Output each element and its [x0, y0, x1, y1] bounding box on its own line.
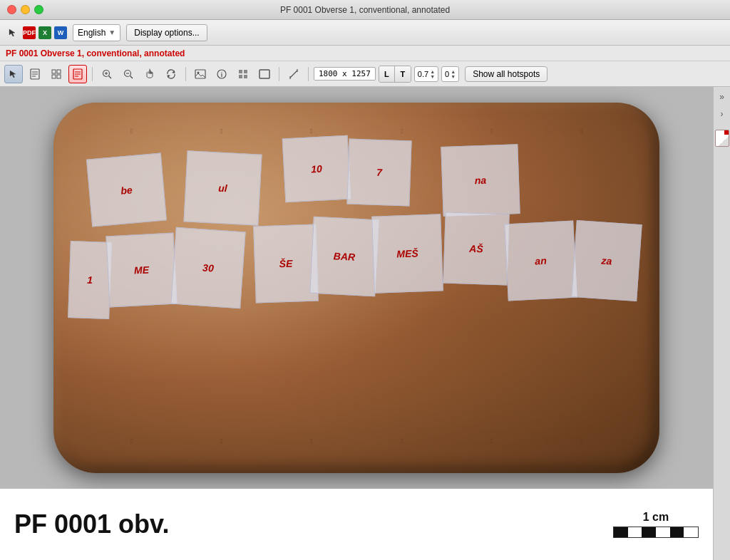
opacity-up-arrow[interactable]: ▲: [430, 69, 435, 74]
svg-line-30: [290, 71, 297, 78]
opacity-down-arrow[interactable]: ▼: [430, 74, 435, 79]
opacity-spinner[interactable]: 0.7 ▲ ▼: [414, 66, 438, 82]
refresh-button[interactable]: [162, 65, 180, 83]
canvas-area: 𒀭 𒁀 𒀭 𒁀 𒀭 𒁀 𒀭 𒁀 𒀭 𒁀 𒀭 �: [0, 87, 713, 560]
scale-seg-2: [628, 527, 642, 537]
show-hotspots-button[interactable]: Show all hotspots: [465, 66, 548, 82]
l-button[interactable]: L: [379, 66, 395, 82]
info-button[interactable]: i: [212, 65, 231, 83]
svg-rect-26: [244, 70, 247, 73]
measure-tool-button[interactable]: [284, 65, 303, 83]
hotspot-AS[interactable]: AŠ: [443, 212, 509, 285]
doc-title-bar: PF 0001 Obverse 1, conventional, annotat…: [0, 46, 730, 61]
hotspot-7[interactable]: 7: [346, 138, 411, 206]
scale-seg-6: [684, 527, 698, 537]
tablet-image: 𒀭 𒁀 𒀭 𒁀 𒀭 𒁀 𒀭 𒁀 𒀭 𒁀 𒀭 �: [53, 103, 659, 473]
title-bar: PF 0001 Obverse 1, conventional, annotat…: [0, 0, 730, 20]
scale-container: 1 cm: [613, 511, 699, 538]
toolbar: i 1800 x 1257 L T 0.7 ▲ ▼ 0 ▲ ▼ Show all…: [0, 61, 730, 87]
lt-toggle[interactable]: L T: [379, 66, 411, 83]
t-button[interactable]: T: [395, 66, 411, 82]
hotspot-10[interactable]: 10: [282, 135, 351, 203]
excel-icon: X: [38, 26, 51, 39]
bottom-label-area: PF 0001 obv. 1 cm: [0, 489, 713, 560]
svg-rect-4: [52, 70, 56, 73]
display-options-button[interactable]: Display options...: [126, 24, 207, 41]
scale-seg-1: [614, 527, 628, 537]
chevron-down-icon: ▼: [108, 28, 115, 36]
svg-rect-6: [52, 75, 56, 78]
hotspot-MES-label: MEŠ: [396, 247, 418, 259]
hotspot-SE[interactable]: ŠE: [253, 224, 319, 303]
scale-label: 1 cm: [643, 511, 669, 524]
language-selector[interactable]: English ▼: [73, 24, 120, 41]
rotation-down-arrow[interactable]: ▼: [451, 74, 456, 79]
hotspot-an[interactable]: an: [504, 221, 577, 301]
zoom-out-button[interactable]: [119, 65, 138, 83]
scale-seg-3: [642, 527, 656, 537]
menu-bar: PDF X W English ▼ Display options...: [0, 20, 730, 46]
svg-rect-21: [195, 70, 205, 78]
collapse-right-button[interactable]: »: [715, 90, 729, 104]
hand-tool-button[interactable]: [140, 65, 159, 83]
scale-seg-4: [656, 527, 670, 537]
minimize-button[interactable]: [21, 5, 30, 14]
tablet-container: 𒀭 𒁀 𒀭 𒁀 𒀭 𒁀 𒀭 𒁀 𒀭 𒁀 𒀭 �: [0, 87, 713, 489]
mosaic-tool-button[interactable]: [234, 65, 252, 83]
rotation-spinner[interactable]: 0 ▲ ▼: [441, 66, 459, 82]
grid-tool-button[interactable]: [47, 65, 66, 83]
cursor-tool-button[interactable]: [4, 65, 23, 83]
svg-rect-5: [57, 70, 61, 73]
hotspots-layer: be ul 10 7 na: [53, 103, 659, 473]
app-icons: PDF X W: [6, 26, 67, 40]
cursor-icon: [6, 26, 20, 40]
window-title: PF 0001 Obverse 1, conventional, annotat…: [280, 5, 450, 15]
opacity-value: 0.7: [418, 70, 428, 78]
hotspot-30-label: 30: [202, 261, 215, 274]
hotspot-ul-label: ul: [218, 182, 227, 195]
document-title: PF 0001 Obverse 1, conventional, annotat…: [6, 48, 185, 58]
hotspot-ul[interactable]: ul: [183, 150, 262, 225]
svg-rect-27: [239, 75, 242, 78]
hotspot-BAR[interactable]: BAR: [309, 217, 379, 297]
hotspot-AS-label: AŠ: [469, 243, 483, 255]
opacity-arrows[interactable]: ▲ ▼: [430, 69, 435, 79]
right-sidebar: » ›: [713, 87, 730, 560]
hotspot-30[interactable]: 30: [170, 227, 245, 309]
artifact-label: PF 0001 obv.: [14, 509, 169, 539]
window-controls[interactable]: [7, 5, 43, 14]
sidebar-doc-button[interactable]: [715, 130, 729, 147]
maximize-button[interactable]: [34, 5, 43, 14]
svg-line-13: [109, 76, 112, 78]
page-tool-button[interactable]: [26, 65, 44, 83]
image-tool-button[interactable]: [191, 65, 210, 83]
hotspot-ME-label: ME: [134, 264, 150, 276]
hotspot-za[interactable]: za: [571, 220, 642, 301]
rotation-value: 0: [445, 70, 449, 78]
close-button[interactable]: [7, 5, 16, 14]
tablet-background: 𒀭 𒁀 𒀭 𒁀 𒀭 𒁀 𒀭 𒁀 𒀭 𒁀 𒀭 �: [53, 103, 659, 473]
main-area: 𒀭 𒁀 𒀭 𒁀 𒀭 𒁀 𒀭 𒁀 𒀭 𒁀 𒀭 �: [0, 87, 730, 560]
hotspot-be-label: be: [120, 184, 133, 196]
frame-tool-button[interactable]: [255, 65, 274, 83]
annotate-tool-button[interactable]: [68, 65, 87, 83]
scale-seg-5: [670, 527, 684, 537]
hotspot-ME[interactable]: ME: [106, 233, 177, 308]
hotspot-be[interactable]: be: [86, 153, 167, 227]
hotspot-MES[interactable]: MEŠ: [371, 214, 443, 293]
scale-bar: [613, 527, 699, 538]
hotspot-1[interactable]: 1: [68, 241, 112, 319]
hotspot-na[interactable]: na: [441, 144, 520, 217]
word-icon: W: [54, 26, 67, 39]
svg-rect-25: [239, 70, 242, 73]
rotation-arrows[interactable]: ▲ ▼: [451, 69, 456, 79]
language-label: English: [78, 28, 106, 38]
svg-rect-7: [57, 75, 61, 78]
svg-rect-28: [244, 75, 247, 78]
svg-rect-29: [259, 70, 269, 78]
collapse-single-button[interactable]: ›: [715, 107, 729, 121]
hotspot-1-label: 1: [87, 274, 93, 286]
zoom-in-button[interactable]: [98, 65, 116, 83]
rotation-up-arrow[interactable]: ▲: [451, 69, 456, 74]
hotspot-7-label: 7: [376, 167, 382, 178]
